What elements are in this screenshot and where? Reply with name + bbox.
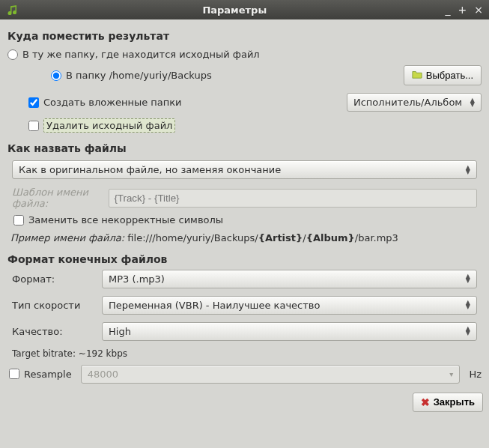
- radio-same-folder[interactable]: В ту же папку, где находится исходный фа…: [7, 46, 482, 62]
- app-icon: [6, 4, 18, 16]
- chevron-updown-icon: ▲▼: [466, 300, 470, 309]
- radio-same-folder-input[interactable]: [7, 49, 18, 60]
- checkbox-delete-original[interactable]: Удалить исходный файл: [7, 116, 482, 135]
- section-naming-title: Как назвать файлы: [7, 142, 482, 154]
- chevron-updown-icon: ▲▼: [470, 98, 475, 107]
- quality-select[interactable]: High ▲▼: [102, 322, 477, 341]
- naming-mode-select[interactable]: Как в оригинальном файле, но заменяя око…: [12, 160, 477, 179]
- resample-rate-value: 48000: [88, 369, 118, 380]
- radio-custom-folder-input[interactable]: [51, 70, 61, 81]
- section-format-title: Формат конечных файлов: [7, 253, 482, 265]
- checkbox-replace-bad-chars-label: Заменить все некорректные символы: [28, 214, 223, 225]
- rate-type-select[interactable]: Переменная (VBR) - Наилучшее качество ▲▼: [102, 296, 477, 315]
- dialog-footer: ✖ Закрыть: [0, 390, 489, 418]
- radio-custom-folder[interactable]: В папку /home/yuriy/Backups: [51, 67, 212, 83]
- format-select[interactable]: MP3 (.mp3) ▲▼: [102, 270, 477, 288]
- checkbox-resample-input[interactable]: [9, 369, 19, 379]
- target-bitrate-text: Target bitrate: ~192 kbps: [12, 348, 482, 359]
- format-value: MP3 (.mp3): [109, 273, 165, 285]
- quality-label: Качество:: [12, 326, 94, 337]
- maximize-button[interactable]: +: [458, 4, 467, 15]
- dialog-content: Куда поместить результат В ту же папку, …: [0, 19, 489, 390]
- subfolder-pattern-value: Исполнитель/Альбом: [353, 97, 462, 108]
- rate-type-value: Переменная (VBR) - Наилучшее качество: [109, 300, 320, 311]
- chevron-updown-icon: ▲▼: [466, 166, 470, 175]
- close-button-label: Закрыть: [434, 396, 475, 408]
- titlebar: Параметры _ + ×: [0, 0, 489, 19]
- format-label: Формат:: [12, 273, 94, 285]
- filename-example: Пример имени файла: file:///home/yuriy/B…: [7, 231, 482, 246]
- radio-same-folder-label: В ту же папку, где находится исходный фа…: [22, 49, 260, 60]
- checkbox-create-subfolders-label: Создать вложенные папки: [43, 97, 182, 108]
- chevron-updown-icon: ▲▼: [466, 274, 470, 283]
- section-where-title: Куда поместить результат: [7, 30, 482, 42]
- checkbox-resample[interactable]: Resample: [9, 366, 72, 382]
- hz-label: Hz: [469, 369, 482, 380]
- filename-template-label: Шаблон имени файла:: [12, 187, 103, 209]
- checkbox-resample-label: Resample: [24, 369, 72, 380]
- checkbox-create-subfolders[interactable]: Создать вложенные папки: [28, 94, 182, 110]
- subfolder-pattern-select[interactable]: Исполнитель/Альбом ▲▼: [347, 93, 482, 112]
- choose-folder-button[interactable]: Выбрать...: [404, 65, 482, 85]
- checkbox-replace-bad-chars-input[interactable]: [13, 215, 24, 225]
- quality-value: High: [109, 326, 131, 337]
- chevron-down-icon: ▾: [449, 370, 453, 378]
- chevron-updown-icon: ▲▼: [466, 327, 470, 336]
- close-icon: ✖: [421, 396, 430, 408]
- checkbox-delete-original-label: Удалить исходный файл: [43, 118, 175, 133]
- minimize-button[interactable]: _: [446, 4, 451, 15]
- checkbox-delete-original-input[interactable]: [28, 121, 39, 131]
- checkbox-replace-bad-chars[interactable]: Заменить все некорректные символы: [7, 212, 482, 228]
- resample-rate-select: 48000 ▾: [81, 365, 461, 384]
- folder-icon: [412, 69, 422, 82]
- window-title: Параметры: [24, 4, 446, 16]
- checkbox-create-subfolders-input[interactable]: [28, 97, 39, 108]
- rate-type-label: Тип скорости: [12, 300, 94, 311]
- naming-mode-value: Как в оригинальном файле, но заменяя око…: [19, 164, 281, 175]
- close-button[interactable]: ✖ Закрыть: [413, 393, 483, 412]
- radio-custom-folder-label: В папку /home/yuriy/Backups: [66, 70, 212, 81]
- window-buttons: _ + ×: [446, 4, 483, 15]
- close-window-button[interactable]: ×: [474, 4, 483, 15]
- choose-folder-label: Выбрать...: [426, 70, 473, 81]
- filename-template-input: [109, 189, 477, 208]
